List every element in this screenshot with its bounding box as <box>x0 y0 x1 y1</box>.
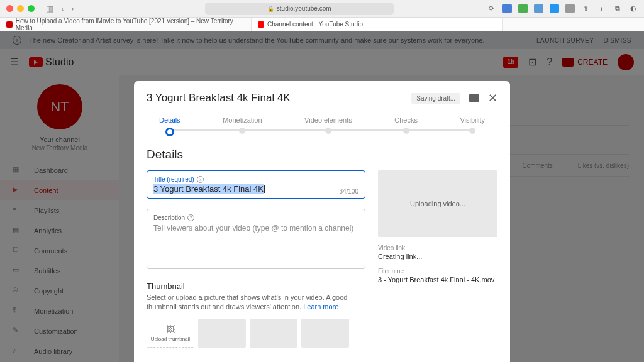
step-details[interactable]: Details <box>159 116 180 136</box>
browser-tab[interactable]: Channel content - YouTube Studio <box>252 18 503 31</box>
title-field[interactable]: Title (required)? 3 Yogurt Breakfast 4k … <box>147 170 365 199</box>
upload-thumbnail-button[interactable]: 🖼 Upload thumbnail <box>147 319 194 348</box>
tabs-icon[interactable]: ⧉ <box>613 4 622 13</box>
minimize-window-icon[interactable] <box>17 5 24 12</box>
text-cursor <box>264 185 265 193</box>
favicon-icon <box>258 21 264 28</box>
lock-icon: 🔒 <box>267 6 274 12</box>
maximize-window-icon[interactable] <box>28 5 35 12</box>
filename-label: Filename <box>378 268 497 275</box>
upload-dialog: 3 Yogurt Breakfast 4k Final 4K Saving dr… <box>134 81 510 362</box>
extension-icon[interactable] <box>518 4 528 13</box>
extension-icon[interactable] <box>502 4 512 13</box>
description-placeholder: Tell viewers about your video (type @ to… <box>153 224 358 233</box>
video-link-label: Video link <box>378 244 497 251</box>
close-icon[interactable]: ✕ <box>488 91 497 105</box>
step-visibility[interactable]: Visibility <box>460 116 485 136</box>
details-heading: Details <box>147 148 497 162</box>
reload-icon[interactable]: ⟳ <box>487 4 496 13</box>
address-bar[interactable]: 🔒 studio.youtube.com <box>205 3 394 15</box>
thumbnail-slot[interactable] <box>198 319 246 348</box>
thumbnail-heading: Thumbnail <box>147 282 365 291</box>
extension-icon[interactable] <box>550 4 559 13</box>
sidebar-toggle-icon[interactable]: ▥ <box>46 4 53 13</box>
title-input[interactable]: 3 Yogurt Breakfast 4k Final 4K <box>153 184 264 194</box>
step-video-elements[interactable]: Video elements <box>304 116 352 136</box>
back-icon[interactable]: ‹ <box>61 4 64 13</box>
reader-icon[interactable]: ◐ <box>628 4 638 13</box>
share-icon[interactable]: ⇪ <box>581 4 591 13</box>
video-link-value: Creating link... <box>378 253 497 260</box>
thumbnail-slot[interactable] <box>250 319 297 348</box>
char-count: 34/100 <box>339 188 358 195</box>
window-controls <box>6 5 35 12</box>
image-upload-icon: 🖼 <box>166 324 175 334</box>
favicon-icon <box>6 21 13 28</box>
learn-more-link[interactable]: Learn more <box>303 303 338 310</box>
help-icon[interactable]: ? <box>187 214 194 221</box>
description-field[interactable]: Description? Tell viewers about your vid… <box>147 209 365 269</box>
forward-icon[interactable]: › <box>71 4 74 13</box>
feedback-icon[interactable] <box>469 94 479 102</box>
saving-status: Saving draft... <box>411 93 460 104</box>
filename-value: 3 - Yogurt Breakfast 4k Final - 4K.mov <box>378 276 497 283</box>
video-preview: Uploading video... <box>378 170 497 237</box>
browser-toolbar: ▥ ‹ › 🔒 studio.youtube.com ⟳ + ⇪ + ⧉ ◐ <box>0 0 644 18</box>
help-icon[interactable]: ? <box>197 176 204 183</box>
browser-tab[interactable]: How to Upload a Video from iMovie to You… <box>0 18 252 31</box>
step-monetization[interactable]: Monetization <box>223 116 262 136</box>
browser-tabs: How to Upload a Video from iMovie to You… <box>0 18 644 31</box>
close-window-icon[interactable] <box>6 5 13 12</box>
thumbnail-description: Select or upload a picture that shows wh… <box>147 293 365 312</box>
stepper: Details Monetization Video elements Chec… <box>134 112 510 148</box>
step-checks[interactable]: Checks <box>394 116 418 136</box>
url-text: studio.youtube.com <box>277 5 331 12</box>
thumbnail-slot[interactable] <box>301 319 349 348</box>
dialog-title: 3 Yogurt Breakfast 4k Final 4K <box>147 92 291 104</box>
extension-icon[interactable] <box>534 4 543 13</box>
extension-icon[interactable]: + <box>565 4 575 13</box>
new-tab-icon[interactable]: + <box>597 4 606 13</box>
